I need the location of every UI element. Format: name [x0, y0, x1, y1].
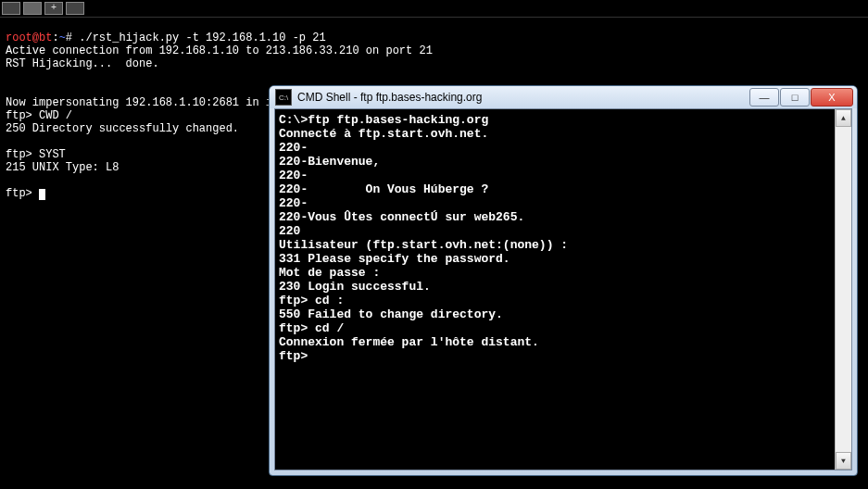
maximize-button[interactable]: □	[780, 88, 810, 107]
out-line: C:\>ftp ftp.bases-hacking.org	[279, 113, 488, 127]
out-line: Mot de passe :	[279, 266, 380, 280]
out-line: 220	[279, 224, 300, 238]
out-line: ftp>	[279, 349, 308, 363]
scroll-up-button[interactable]: ▲	[836, 109, 851, 127]
pager-slot-2[interactable]	[23, 2, 42, 15]
prompt-hash: #	[66, 31, 79, 44]
out-line: 220-Vous Ûtes connectÚ sur web265.	[279, 210, 524, 224]
out-line: 220-Bienvenue,	[279, 155, 380, 169]
prompt-path: ~	[59, 31, 66, 44]
scrollbar[interactable]: ▲ ▼	[835, 109, 851, 470]
out-line: 220-	[279, 196, 308, 210]
window-title: CMD Shell - ftp ftp.bases-hacking.org	[297, 91, 749, 104]
bg-cmd: ./rst_hijack.py -t 192.168.1.10 -p 21	[79, 31, 325, 44]
prompt-user: root@bt	[6, 31, 52, 44]
out-line: 550 Failed to change directory.	[279, 307, 503, 321]
bg-line: ftp>	[6, 187, 39, 200]
out-line: 220-	[279, 169, 308, 182]
window-buttons: — □ X	[749, 88, 853, 107]
bg-line: RST Hijacking... done.	[6, 57, 159, 70]
pager-slot-1[interactable]	[2, 2, 20, 15]
bg-line: 215 UNIX Type: L8	[6, 161, 119, 174]
cmd-window[interactable]: C:\ CMD Shell - ftp ftp.bases-hacking.or…	[269, 85, 858, 476]
window-client-area: C:\>ftp ftp.bases-hacking.org Connecté à…	[274, 108, 852, 470]
bg-line: Active connection from 192.168.1.10 to 2…	[6, 44, 433, 57]
scroll-down-button[interactable]: ▼	[836, 452, 851, 470]
bg-line: ftp> CWD /	[6, 109, 72, 122]
out-line: 230 Login successful.	[279, 280, 431, 294]
cmd-icon: C:\	[275, 89, 292, 106]
pager-toolbar: +	[0, 0, 868, 18]
bg-line: ftp> SYST	[6, 148, 66, 161]
titlebar[interactable]: C:\ CMD Shell - ftp ftp.bases-hacking.or…	[270, 86, 857, 108]
close-button[interactable]: X	[811, 88, 853, 107]
bg-line: 250 Directory successfully changed.	[6, 122, 239, 135]
pager-add[interactable]: +	[44, 2, 63, 15]
out-line: Connecté à ftp.start.ovh.net.	[279, 127, 488, 141]
minimize-button[interactable]: —	[749, 88, 779, 107]
scroll-track[interactable]	[836, 127, 851, 452]
cursor-icon	[39, 189, 45, 200]
out-line: Connexion fermée par l'hôte distant.	[279, 335, 539, 349]
prompt-sep: :	[52, 31, 58, 44]
out-line: 331 Please specify the password.	[279, 252, 510, 266]
cmd-output[interactable]: C:\>ftp ftp.bases-hacking.org Connecté à…	[275, 109, 835, 470]
out-line: ftp> cd :	[279, 294, 344, 307]
out-line: Utilisateur (ftp.start.ovh.net:(none)) :	[279, 238, 568, 252]
out-line: 220-	[279, 141, 308, 155]
out-line: ftp> cd /	[279, 321, 344, 335]
out-line: 220- On Vous Húberge ?	[279, 182, 488, 196]
pager-slot-3[interactable]	[66, 2, 84, 15]
